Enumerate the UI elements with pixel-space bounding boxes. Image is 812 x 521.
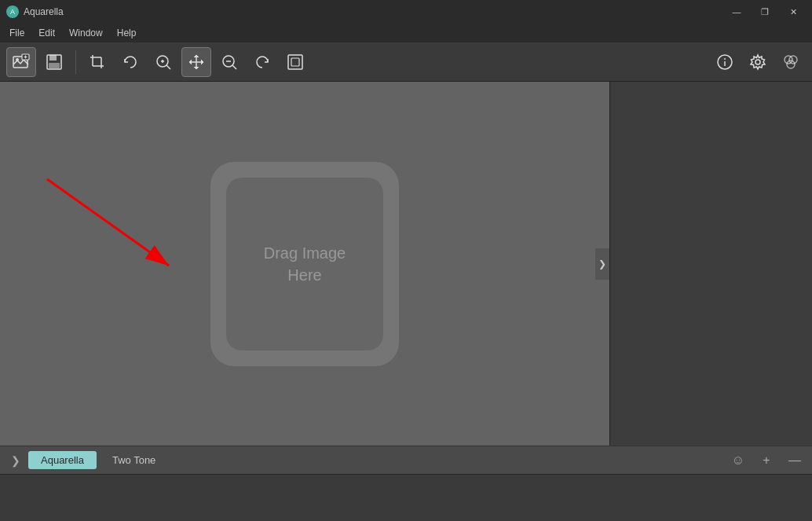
titlebar-left: A Aquarella xyxy=(6,6,64,18)
rotate-tool[interactable] xyxy=(115,47,145,77)
svg-point-1 xyxy=(16,58,19,61)
drop-zone[interactable]: Drag Image Here xyxy=(210,162,399,366)
menu-file[interactable]: File xyxy=(3,26,31,40)
zoom-out-tool[interactable] xyxy=(214,47,244,77)
fit-tool[interactable] xyxy=(280,47,310,77)
svg-point-29 xyxy=(787,61,795,68)
tab-two-tone[interactable]: Two Tone xyxy=(100,451,168,469)
canvas-panel-area: Drag Image Here ❯ xyxy=(0,82,812,446)
menu-window[interactable]: Window xyxy=(63,26,109,40)
svg-rect-7 xyxy=(49,63,60,68)
menubar: File Edit Window Help xyxy=(0,24,812,42)
effects-tool[interactable] xyxy=(776,47,806,77)
drop-zone-text: Drag Image Here xyxy=(264,242,346,286)
bottom-strip xyxy=(0,474,812,521)
titlebar-controls: — ❐ ✕ xyxy=(724,3,806,20)
tab-face-button[interactable]: ☺ xyxy=(727,449,749,471)
redo-tool[interactable] xyxy=(247,47,277,77)
maximize-button[interactable]: ❐ xyxy=(752,3,777,20)
titlebar-title: Aquarella xyxy=(24,6,64,17)
chevron-right-icon: ❯ xyxy=(598,259,606,270)
tab-aquarella[interactable]: Aquarella xyxy=(28,451,97,469)
save-tool[interactable] xyxy=(39,47,69,77)
svg-point-28 xyxy=(789,56,797,64)
svg-point-25 xyxy=(724,58,726,60)
svg-line-31 xyxy=(47,179,169,266)
crop-tool[interactable] xyxy=(82,47,112,77)
svg-rect-6 xyxy=(49,55,57,61)
tabs-left: ❯ Aquarella Two Tone xyxy=(6,451,168,469)
sidebar-toggle-button[interactable]: ❯ xyxy=(595,248,609,280)
svg-line-15 xyxy=(166,65,170,69)
svg-rect-21 xyxy=(288,55,302,69)
app-icon: A xyxy=(6,6,19,18)
right-panel xyxy=(609,82,812,446)
svg-line-20 xyxy=(232,65,236,69)
settings-tool[interactable] xyxy=(743,47,773,77)
titlebar: A Aquarella — ❐ ✕ xyxy=(0,0,812,24)
tabs-bar: ❯ Aquarella Two Tone ☺ + — xyxy=(0,446,812,474)
arrow-annotation xyxy=(12,163,232,289)
toolbar-sep-1 xyxy=(75,50,76,74)
close-button[interactable]: ✕ xyxy=(781,3,806,20)
info-tool[interactable] xyxy=(710,47,740,77)
tab-remove-button[interactable]: — xyxy=(784,449,806,471)
move-tool[interactable] xyxy=(181,47,211,77)
open-image-tool[interactable] xyxy=(6,47,36,77)
drop-zone-inner: Drag Image Here xyxy=(226,178,383,350)
menu-edit[interactable]: Edit xyxy=(32,26,61,40)
tabs-right: ☺ + — xyxy=(727,449,806,471)
minimize-button[interactable]: — xyxy=(724,3,749,20)
tabs-chevron-icon[interactable]: ❯ xyxy=(6,454,25,467)
canvas-area[interactable]: Drag Image Here ❯ xyxy=(0,82,609,446)
menu-help[interactable]: Help xyxy=(111,26,143,40)
tab-add-button[interactable]: + xyxy=(755,449,777,471)
toolbar xyxy=(0,42,812,82)
svg-rect-22 xyxy=(291,58,299,66)
zoom-in-tool[interactable] xyxy=(148,47,178,77)
svg-point-26 xyxy=(755,60,760,64)
app-window: A Aquarella — ❐ ✕ File Edit Window Help xyxy=(0,0,812,521)
